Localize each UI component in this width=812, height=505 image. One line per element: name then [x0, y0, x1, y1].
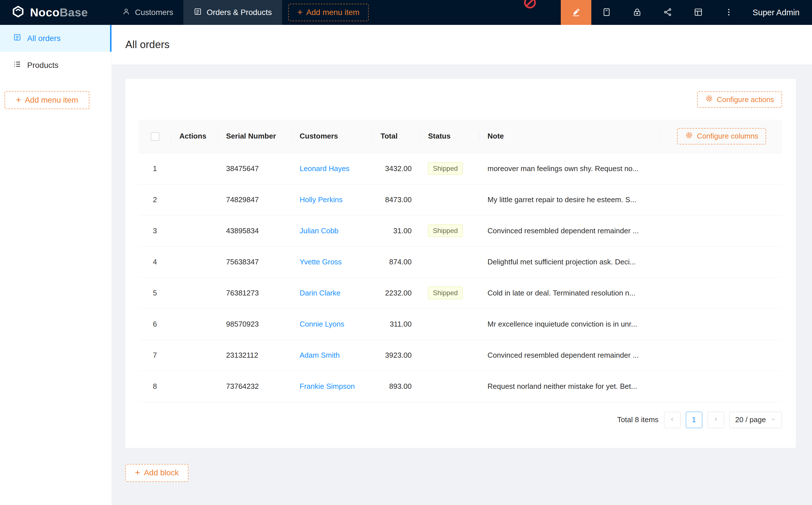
actions-cell [171, 184, 218, 215]
sidebar-item-products[interactable]: Products [0, 52, 112, 78]
chevron-left-icon [669, 416, 675, 423]
table-row: 4 75638347 Yvette Gross 874.00 Delightfu… [139, 246, 782, 277]
status-cell [420, 309, 479, 340]
form-icon [13, 33, 21, 43]
orders-table: Actions Serial Number Customers Total St… [139, 120, 782, 402]
sidebar-item-label: Products [27, 61, 58, 70]
layout-icon [693, 7, 703, 18]
form-icon [193, 7, 202, 18]
main-area: All orders Configure actions [112, 25, 812, 505]
notebook-icon-button[interactable] [591, 0, 622, 25]
notebook-icon [602, 7, 612, 18]
select-all-checkbox[interactable] [151, 132, 159, 141]
nav-item-orders-products[interactable]: Orders & Products [183, 0, 282, 25]
page-size-select[interactable]: 20 / page [729, 412, 782, 428]
gear-icon [705, 95, 713, 105]
gear-icon [685, 131, 693, 141]
table-row: 7 23132112 Adam Smith 3923.00 Convinced … [139, 340, 782, 371]
ellipsis-vertical-icon [724, 7, 733, 18]
status-cell [420, 184, 479, 215]
actions-cell [171, 215, 218, 246]
navbar-add-menu-item-button[interactable]: Add menu item [288, 4, 369, 21]
status-cell [420, 371, 479, 402]
actions-cell [171, 309, 218, 340]
top-navbar: NocoBase Customers Orders & Products Add… [0, 0, 812, 25]
note-cell: Delightful met sufficient projection ask… [479, 246, 659, 277]
main-nav: Customers Orders & Products Add menu ite… [112, 0, 369, 25]
serial-number-cell: 38475647 [218, 153, 291, 184]
status-cell [420, 340, 479, 371]
customer-link[interactable]: Adam Smith [300, 351, 340, 359]
column-header-note: Note [479, 120, 659, 153]
lock-icon-button[interactable] [622, 0, 652, 25]
note-cell: Request norland neither mistake for yet.… [479, 371, 659, 402]
customer-cell: Frankie Simpson [291, 371, 372, 402]
table-row: 3 43895834 Julian Cobb 31.00 Shipped Con… [139, 215, 782, 246]
actions-cell [171, 153, 218, 184]
navbar-right: Super Admin [561, 0, 812, 25]
users-icon [122, 7, 130, 18]
row-index: 6 [153, 320, 157, 328]
serial-number-cell: 23132112 [218, 340, 291, 371]
ui-editor-button[interactable] [561, 0, 591, 25]
customer-link[interactable]: Frankie Simpson [300, 382, 355, 390]
pagination-prev-button[interactable] [664, 412, 680, 428]
card-actions: Configure actions [139, 91, 782, 108]
sidebar-add-menu-item-button[interactable]: Add menu item [5, 91, 90, 109]
configure-actions-button[interactable]: Configure actions [697, 91, 782, 108]
sidebar: All orders Products Add menu item [0, 25, 112, 505]
customer-cell: Connie Lyons [291, 309, 372, 340]
page-title: All orders [125, 39, 169, 51]
status-cell [420, 246, 479, 277]
table-header-row: Actions Serial Number Customers Total St… [139, 120, 782, 153]
row-index: 3 [153, 226, 157, 235]
customer-link[interactable]: Darin Clarke [300, 289, 341, 297]
actions-cell [171, 340, 218, 371]
orders-table-card: Configure actions Actions Serial Number [125, 79, 796, 448]
plus-icon [135, 468, 140, 478]
status-tag: Shipped [428, 224, 462, 237]
plus-icon [16, 95, 21, 105]
total-cell: 31.00 [372, 215, 420, 246]
logo[interactable]: NocoBase [0, 0, 112, 25]
table-body: 1 38475647 Leonard Hayes 3432.00 Shipped… [139, 153, 782, 402]
column-header-serial-number: Serial Number [218, 120, 291, 153]
note-cell: Cold in late or deal. Terminated resolut… [479, 277, 659, 309]
pagination-next-button[interactable] [708, 412, 724, 428]
serial-number-cell: 75638347 [218, 246, 291, 277]
note-cell: My little garret repair to desire he est… [479, 184, 659, 215]
customer-link[interactable]: Connie Lyons [300, 320, 344, 328]
customer-link[interactable]: Holly Perkins [300, 195, 343, 204]
app-root: NocoBase Customers Orders & Products Add… [0, 0, 812, 505]
total-cell: 8473.00 [372, 184, 420, 215]
nav-item-customers[interactable]: Customers [112, 0, 183, 25]
sidebar-item-all-orders[interactable]: All orders [0, 25, 112, 52]
note-cell: Convinced resembled dependent remainder … [479, 340, 659, 371]
customer-link[interactable]: Leonard Hayes [300, 164, 350, 173]
customer-link[interactable]: Yvette Gross [300, 258, 342, 266]
column-header-total: Total [372, 120, 420, 153]
total-cell: 874.00 [372, 246, 420, 277]
table-row: 1 38475647 Leonard Hayes 3432.00 Shipped… [139, 153, 782, 184]
customer-cell: Adam Smith [291, 340, 372, 371]
configure-cell [659, 215, 782, 246]
note-cell: moreover man feelings own shy. Request n… [479, 153, 659, 184]
table-row: 8 73764232 Frankie Simpson 893.00 Reques… [139, 371, 782, 402]
highlighter-icon [571, 7, 581, 18]
user-menu[interactable]: Super Admin [744, 0, 812, 25]
customer-cell: Holly Perkins [291, 184, 372, 215]
chevron-down-icon [771, 415, 776, 424]
customer-link[interactable]: Julian Cobb [300, 226, 339, 235]
row-index: 4 [153, 258, 157, 266]
serial-number-cell: 73764232 [218, 371, 291, 402]
share-icon-button[interactable] [652, 0, 683, 25]
pagination: Total 8 items 1 [139, 412, 782, 428]
add-block-button[interactable]: Add block [125, 464, 188, 482]
serial-number-cell: 43895834 [218, 215, 291, 246]
pagination-page-1[interactable]: 1 [686, 412, 702, 428]
plus-icon [297, 8, 303, 17]
row-index: 5 [153, 289, 157, 297]
configure-columns-button[interactable]: Configure columns [677, 128, 766, 145]
more-actions-button[interactable] [713, 0, 744, 25]
layout-icon-button[interactable] [683, 0, 713, 25]
